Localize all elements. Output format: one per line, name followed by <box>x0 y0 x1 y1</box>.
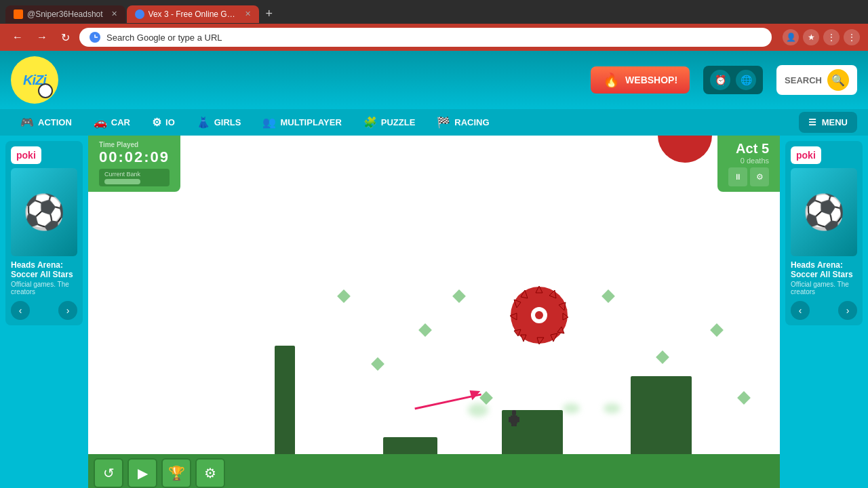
svg-point-15 <box>535 311 543 319</box>
right-ad: poki ⚽ Heads Arena: Soccer All Stars Off… <box>780 136 868 488</box>
tab-1-label: @Sniper36Headshot <box>27 9 103 19</box>
kizi-logo[interactable]: KiZi <box>11 56 58 104</box>
nav-action[interactable]: 🎮 ACTION <box>11 109 81 136</box>
hud-right: Act 5 0 deaths ⏸ ⚙ <box>717 136 780 192</box>
tab-2[interactable]: Vex 3 - Free Online Game - S... ✕ <box>127 5 259 23</box>
webshop-button[interactable]: 🔥 WEBSHOP! <box>591 66 690 94</box>
left-ad-title: Heads Arena: Soccer All Stars <box>11 260 77 279</box>
diamond-10 <box>737 391 751 405</box>
arrow-indicator <box>407 386 488 416</box>
tab-2-favicon <box>135 9 144 19</box>
search-button[interactable]: 🔍 <box>827 69 849 91</box>
right-poki-text: poki <box>796 150 816 161</box>
diamond-8 <box>656 350 669 364</box>
nav-racing[interactable]: 🏁 RACING <box>427 109 498 136</box>
hud-pause-button[interactable]: ⏸ <box>728 167 747 186</box>
extensions-icon[interactable]: ⋮ <box>823 29 840 45</box>
browser-icons: 👤 ★ ⋮ ⋮ <box>783 29 860 45</box>
nav-action-label: ACTION <box>38 117 72 127</box>
svg-rect-23 <box>514 424 517 426</box>
back-button[interactable]: ← <box>8 30 27 45</box>
nav-puzzle[interactable]: 🧩 PUZZLE <box>354 109 425 136</box>
left-ad-next[interactable]: › <box>58 301 77 320</box>
svg-rect-19 <box>511 415 517 424</box>
time-value: 00:02:09 <box>99 148 170 166</box>
diamond-7 <box>601 289 615 303</box>
nav-girls-label: GIRLS <box>214 117 241 127</box>
hud-left: Time Played 00:02:09 Current Bank <box>88 136 180 192</box>
left-poki-badge: poki <box>11 146 41 164</box>
nav-girls[interactable]: 👗 GIRLS <box>187 109 251 136</box>
tab-1-favicon <box>14 9 23 19</box>
game-toolbar: ↺ ▶ 🏆 ⚙ <box>88 454 780 488</box>
address-input[interactable]: Search Google or type a URL <box>79 28 772 47</box>
bank-label: Current Bank <box>104 171 164 178</box>
blur-2 <box>563 403 580 413</box>
right-ad-prev[interactable]: ‹ <box>791 301 810 320</box>
search-box[interactable]: SEARCH 🔍 <box>776 65 857 95</box>
settings-icon[interactable]: ⋮ <box>844 29 860 45</box>
address-text: Search Google or type a URL <box>106 33 222 43</box>
right-ad-image[interactable]: ⚽ <box>791 168 857 256</box>
racing-icon: 🏁 <box>437 116 450 129</box>
nav-multiplayer[interactable]: 👥 MULTIPLAYER <box>253 109 351 136</box>
svg-rect-22 <box>511 424 514 426</box>
left-ad: poki ⚽ Heads Arena: Soccer All Stars Off… <box>0 136 88 488</box>
game-canvas[interactable]: Time Played 00:02:09 Current Bank Act 5 … <box>88 136 780 454</box>
toolbar-restart-button[interactable]: ↺ <box>94 458 123 488</box>
left-ad-image[interactable]: ⚽ <box>11 168 77 256</box>
menu-button[interactable]: ☰ MENU <box>799 112 857 133</box>
tab-1-close[interactable]: ✕ <box>111 9 117 18</box>
right-ad-card: poki ⚽ Heads Arena: Soccer All Stars Off… <box>785 141 863 325</box>
hud-buttons: ⏸ ⚙ <box>728 167 769 186</box>
act-label: Act 5 <box>736 141 769 157</box>
tab-2-close[interactable]: ✕ <box>245 9 251 18</box>
nav-car[interactable]: 🚗 CAR <box>84 109 140 136</box>
forward-button[interactable]: → <box>33 30 52 45</box>
bank-value-bar <box>104 179 140 184</box>
header-icons: ⏰ 🌐 <box>703 66 763 94</box>
game-area[interactable]: Time Played 00:02:09 Current Bank Act 5 … <box>88 136 780 488</box>
left-ad-sub: Official games. The creators <box>11 281 77 296</box>
fire-icon: 🔥 <box>603 72 620 88</box>
tab-2-label: Vex 3 - Free Online Game - S... <box>149 9 237 19</box>
game-frame[interactable]: Time Played 00:02:09 Current Bank Act 5 … <box>88 136 780 454</box>
nav-multiplayer-label: MULTIPLAYER <box>280 117 341 127</box>
svg-rect-21 <box>517 417 519 422</box>
clock-icon[interactable]: ⏰ <box>710 70 730 90</box>
saw-blade <box>509 285 570 346</box>
toolbar-trophy-button[interactable]: 🏆 <box>161 458 191 488</box>
tab-1[interactable]: @Sniper36Headshot ✕ <box>5 5 125 23</box>
right-poki-badge: poki <box>791 146 821 164</box>
left-ad-prev[interactable]: ‹ <box>11 301 30 320</box>
address-bar: ← → ↻ Search Google or type a URL 👤 ★ ⋮ … <box>0 24 868 51</box>
right-ad-bottom: ‹ › <box>791 301 857 320</box>
profile-icon[interactable]: 👤 <box>783 29 799 45</box>
diamond-4 <box>371 357 384 371</box>
diamond-9 <box>710 323 724 337</box>
left-poki-text: poki <box>16 150 36 161</box>
action-icon: 🎮 <box>20 116 34 129</box>
platform-right <box>631 376 692 454</box>
kizi-header: KiZi 🔥 WEBSHOP! ⏰ 🌐 SEARCH 🔍 <box>0 51 868 109</box>
puzzle-icon: 🧩 <box>363 116 377 129</box>
bookmark-icon[interactable]: ★ <box>803 29 819 45</box>
right-ad-title: Heads Arena: Soccer All Stars <box>791 260 857 279</box>
menu-hamburger-icon: ☰ <box>808 117 816 127</box>
google-icon <box>89 31 101 43</box>
nav-io[interactable]: ⚙ IO <box>142 109 184 136</box>
nav-puzzle-label: PUZZLE <box>381 117 416 127</box>
bank-display: Current Bank <box>99 169 170 186</box>
hud-settings-button[interactable]: ⚙ <box>750 167 769 186</box>
globe-icon[interactable]: 🌐 <box>736 70 756 90</box>
logo-circle: KiZi <box>11 56 58 104</box>
toolbar-settings-button[interactable]: ⚙ <box>195 458 225 488</box>
right-ad-next[interactable]: › <box>838 301 857 320</box>
right-ad-sub: Official games. The creators <box>791 281 857 296</box>
toolbar-play-button[interactable]: ▶ <box>127 458 157 488</box>
saw-svg <box>509 285 570 346</box>
reload-button[interactable]: ↻ <box>57 30 74 45</box>
new-tab-button[interactable]: + <box>260 4 279 24</box>
search-label: SEARCH <box>785 75 822 85</box>
diamond-2 <box>418 323 432 337</box>
